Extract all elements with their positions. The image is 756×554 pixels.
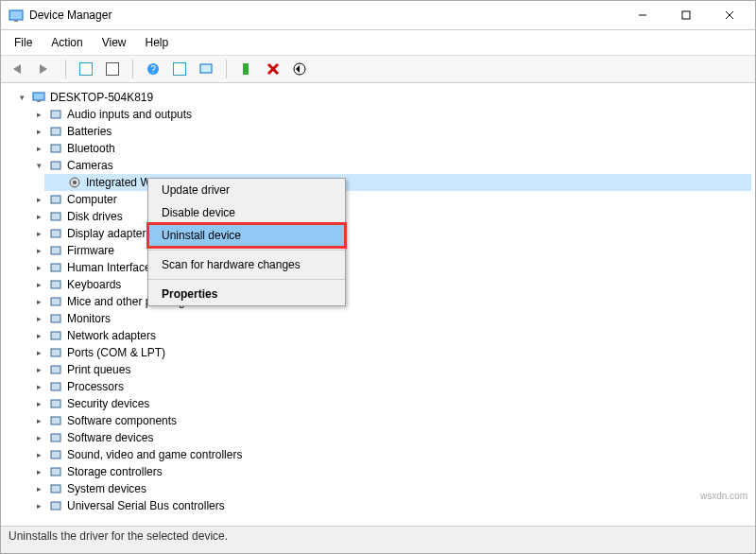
svg-rect-37 [51,417,60,424]
expand-arrow[interactable]: ▸ [33,412,44,429]
expand-arrow[interactable]: ▸ [33,378,44,395]
device-icon [48,362,63,377]
forward-icon[interactable] [35,59,56,79]
properties-icon[interactable] [102,59,123,79]
tree-item-label: Audio inputs and outputs [67,106,192,123]
uninstall-icon[interactable] [263,59,284,79]
ctx-properties[interactable]: Properties [148,283,345,305]
device-icon [48,141,63,156]
show-hidden-icon[interactable] [76,59,96,79]
expand-arrow[interactable]: ▸ [33,361,44,378]
svg-rect-35 [51,383,60,390]
help-icon[interactable]: ? [143,59,163,79]
expand-arrow[interactable]: ▸ [33,497,44,514]
tree-category[interactable]: ▸Mice and other pointing devices [26,293,751,310]
close-button[interactable] [708,2,751,28]
action-icon[interactable] [169,59,190,79]
svg-rect-38 [51,434,60,441]
tree-category[interactable]: ▸Computer [26,191,751,208]
device-tree[interactable]: ▾DESKTOP-504K819▸Audio inputs and output… [1,83,755,526]
tree-category[interactable]: ▸Security devices [26,395,751,412]
tree-category[interactable]: ▸Audio inputs and outputs [26,106,751,123]
expand-arrow[interactable]: ▾ [16,89,27,106]
minimize-button[interactable] [621,2,664,28]
tree-category[interactable]: ▸Ports (COM & LPT) [26,344,751,361]
tree-category[interactable]: ▸Keyboards [26,276,751,293]
tree-category[interactable]: ▸Processors [26,378,751,395]
tree-category[interactable]: ▸Batteries [26,123,751,140]
tree-item-label: DESKTOP-504K819 [50,89,153,106]
expand-arrow[interactable]: ▸ [33,259,44,276]
expand-arrow[interactable]: ▸ [33,429,44,446]
tree-category[interactable]: ▸Sound, video and game controllers [26,446,751,463]
svg-rect-31 [51,315,60,322]
maximize-button[interactable] [664,2,708,28]
menu-view[interactable]: View [98,34,130,51]
expand-arrow[interactable]: ▸ [33,310,44,327]
svg-rect-3 [682,11,690,19]
expand-arrow[interactable]: ▸ [33,344,44,361]
tree-category[interactable]: ▸Software components [26,412,751,429]
tree-category[interactable]: ▸Display adapters [26,225,751,242]
expand-arrow[interactable]: ▸ [33,242,44,259]
expand-arrow[interactable]: ▸ [33,276,44,293]
tree-item-label: Network adapters [67,327,156,344]
disable-icon[interactable] [289,59,310,79]
tree-category[interactable]: ▾Cameras [26,157,751,174]
menu-action[interactable]: Action [47,34,86,51]
tree-item-label: Cameras [67,157,113,174]
tree-category[interactable]: ▸Universal Serial Bus controllers [26,497,751,514]
tree-item-label: Bluetooth [67,140,115,157]
tree-category[interactable]: ▸Software devices [26,429,751,446]
menu-help[interactable]: Help [142,34,173,51]
tree-category[interactable]: ▸Disk drives [26,208,751,225]
expand-arrow[interactable]: ▸ [33,446,44,463]
svg-marker-15 [296,65,300,73]
expand-arrow[interactable]: ▸ [33,106,44,123]
expand-arrow[interactable]: ▸ [33,208,44,225]
back-icon[interactable] [9,59,29,79]
svg-marker-6 [13,64,21,74]
tree-item-label: Security devices [67,395,149,412]
tree-category[interactable]: ▸Network adapters [26,327,751,344]
tree-category[interactable]: ▸Storage controllers [26,463,751,480]
device-icon [48,498,63,513]
expand-arrow[interactable]: ▸ [33,123,44,140]
expand-arrow[interactable]: ▸ [33,327,44,344]
svg-rect-28 [51,264,60,271]
tree-item-label: Universal Serial Bus controllers [67,497,225,514]
scan-icon[interactable] [196,59,216,79]
ctx-scan-hardware[interactable]: Scan for hardware changes [148,253,345,276]
svg-rect-16 [33,93,44,100]
expand-arrow[interactable]: ▸ [33,140,44,157]
expand-arrow[interactable]: ▸ [33,463,44,480]
tree-category[interactable]: ▸Bluetooth [26,140,751,157]
expand-arrow[interactable]: ▸ [33,480,44,497]
tree-category[interactable]: ▸System devices [26,480,751,497]
watermark: wsxdn.com [700,491,747,501]
device-icon [48,481,63,496]
device-icon [48,311,63,326]
svg-rect-11 [243,63,249,75]
ctx-update-driver[interactable]: Update driver [148,179,345,201]
tree-category[interactable]: ▸Print queues [26,361,751,378]
expand-arrow[interactable]: ▸ [33,293,44,310]
ctx-uninstall-device[interactable]: Uninstall device [148,224,345,247]
expand-arrow[interactable]: ▸ [33,395,44,412]
tree-category[interactable]: ▸Firmware [26,242,751,259]
device-icon [48,124,63,139]
menu-file[interactable]: File [10,34,36,51]
tree-category[interactable]: ▸Human Interface Devices [26,259,751,276]
tree-category[interactable]: ▸Monitors [26,310,751,327]
update-icon[interactable] [236,59,257,79]
expand-arrow[interactable]: ▸ [33,225,44,242]
device-icon [48,158,63,173]
expand-arrow[interactable]: ▸ [33,191,44,208]
tree-root[interactable]: ▾DESKTOP-504K819 [9,89,751,106]
device-icon [67,175,82,190]
ctx-disable-device[interactable]: Disable device [148,201,345,224]
context-menu: Update driver Disable device Uninstall d… [147,178,346,306]
svg-text:?: ? [150,64,156,75]
svg-rect-20 [51,145,60,152]
expand-arrow[interactable]: ▾ [33,157,44,174]
